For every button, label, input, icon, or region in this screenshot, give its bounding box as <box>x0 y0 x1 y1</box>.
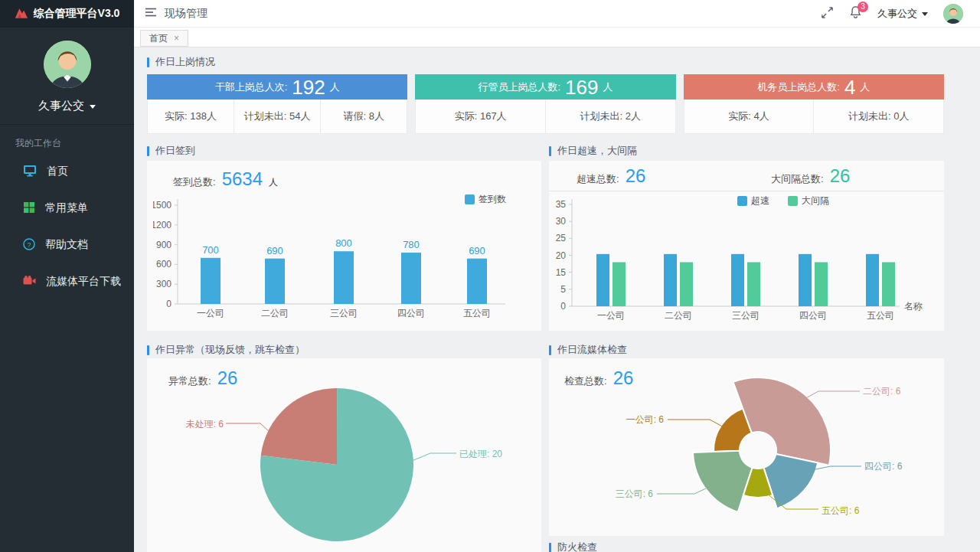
total-value: 26 <box>626 167 646 185</box>
accent-bar <box>549 345 551 355</box>
tab-label: 首页 <box>149 32 168 45</box>
svg-text:四公司: 四公司 <box>397 308 425 318</box>
app-window: 综合管理平台V3.0 久事公交 我的工作台 首页 <box>0 0 980 552</box>
fullscreen-icon[interactable] <box>821 6 834 21</box>
sidebar-item-help-docs[interactable]: ? 帮助文档 <box>0 227 134 263</box>
user-avatar[interactable] <box>44 41 91 88</box>
chevron-down-icon <box>90 105 96 112</box>
svg-text:600: 600 <box>156 259 172 269</box>
svg-text:?: ? <box>27 240 31 248</box>
card-body: 实际: 138人 计划未出: 54人 请假: 8人 <box>147 100 407 134</box>
notifications-bell[interactable]: 3 <box>849 5 862 21</box>
main-area: 现场管理 3 久事公交 <box>134 0 980 552</box>
svg-text:30: 30 <box>556 216 567 227</box>
profile-section: 久事公交 <box>0 28 134 125</box>
total-label: 签到总数: <box>173 175 216 189</box>
total-label: 大间隔总数: <box>771 172 824 186</box>
sidebar-item-home[interactable]: 首页 <box>0 153 134 190</box>
svg-text:300: 300 <box>156 279 172 289</box>
sidebar-item-label: 常用菜单 <box>45 201 88 215</box>
svg-text:0: 0 <box>560 301 566 312</box>
accent-bar <box>147 146 149 156</box>
help-icon: ? <box>23 238 35 253</box>
notification-badge: 3 <box>858 2 868 12</box>
section-title-text: 作日异常（现场反馈，跳车检查） <box>155 343 305 357</box>
total-value: 5634 <box>222 170 263 188</box>
section-title-text: 防火检查 <box>557 541 597 552</box>
chevron-down-icon <box>922 12 928 19</box>
svg-text:900: 900 <box>156 240 172 250</box>
user-menu[interactable]: 久事公交 <box>877 7 928 21</box>
signin-bar-chart: 030060090012001500一公司二公司三公司四公司五公司7006908… <box>153 198 534 328</box>
media-panel: 检查总数: 26 一公司: 6 二公司: 6 三公司: 6 四公司: 6 五公司… <box>549 358 944 536</box>
section-title-signin: 作日签到 <box>147 144 195 158</box>
card-unit: 人 <box>330 80 340 94</box>
svg-text:0: 0 <box>166 299 172 309</box>
sidebar-item-label: 流媒体平台下载 <box>46 275 121 289</box>
svg-text:25: 25 <box>556 233 567 243</box>
section-title-text: 作日签到 <box>155 144 195 158</box>
rose-label-company3: 三公司: 6 <box>606 488 653 501</box>
section-title-duty: 作日上岗情况 <box>147 55 215 69</box>
topbar-avatar[interactable] <box>943 4 963 24</box>
card-stat: 计划未出: 54人 <box>234 100 320 133</box>
accent-bar <box>147 345 149 355</box>
card-header-label: 机务员上岗总人数: <box>757 80 840 94</box>
org-switcher[interactable]: 久事公交 <box>0 99 134 113</box>
duty-card-admin: 行管员上岗总人数: 169 人 实际: 167人 计划未出: 2人 <box>415 74 675 134</box>
card-header: 行管员上岗总人数: 169 人 <box>415 74 675 100</box>
section-title-text: 作日超速，大间隔 <box>557 144 637 158</box>
app-title: 综合管理平台V3.0 <box>34 7 120 21</box>
section-title-fire: 防火检查 <box>549 541 597 552</box>
accent-bar <box>549 146 551 156</box>
card-stat: 计划未出: 0人 <box>813 100 943 133</box>
svg-text:700: 700 <box>202 244 219 256</box>
org-name: 久事公交 <box>38 99 84 113</box>
sidebar: 综合管理平台V3.0 久事公交 我的工作台 首页 <box>0 0 134 552</box>
svg-text:1200: 1200 <box>153 220 172 230</box>
tab-close-icon[interactable]: × <box>174 33 179 44</box>
svg-text:三公司: 三公司 <box>330 308 358 318</box>
total-label: 超速总数: <box>577 172 619 186</box>
pie-label-handled: 已处理: 20 <box>459 448 502 461</box>
card-stat: 实际: 138人 <box>148 100 234 133</box>
logo-bar: 综合管理平台V3.0 <box>0 0 134 28</box>
sidebar-item-label: 首页 <box>47 165 68 178</box>
svg-text:二公司: 二公司 <box>665 310 692 321</box>
page-title: 现场管理 <box>165 7 207 21</box>
sidebar-item-common-menu[interactable]: 常用菜单 <box>0 190 134 227</box>
rose-label-company1: 一公司: 6 <box>616 413 664 426</box>
card-body: 实际: 167人 计划未出: 2人 <box>415 100 675 134</box>
tab-home[interactable]: 首页 × <box>140 30 188 47</box>
card-stat: 实际: 167人 <box>416 100 545 133</box>
accent-bar <box>549 543 551 552</box>
monitor-icon <box>23 165 37 179</box>
speed-total-2: 大间隔总数: 26 <box>771 167 850 186</box>
pie-label-unhandled: 未处理: 6 <box>176 418 224 431</box>
video-camera-icon <box>23 276 36 289</box>
card-value: 4 <box>844 77 855 97</box>
svg-text:1500: 1500 <box>153 200 172 211</box>
speed-panel: 超速总数: 26 大间隔总数: 26 超速 大间隔 <box>549 161 944 331</box>
svg-text:20: 20 <box>556 250 567 261</box>
total-value: 26 <box>830 167 851 185</box>
svg-text:名称: 名称 <box>904 301 923 312</box>
svg-text:二公司: 二公司 <box>261 308 289 318</box>
app-logo-icon <box>15 7 28 21</box>
svg-text:690: 690 <box>469 245 485 256</box>
grid-icon <box>23 201 35 216</box>
sidebar-section-label: 我的工作台 <box>0 125 134 153</box>
topbar: 现场管理 3 久事公交 <box>134 0 980 28</box>
rose-label-company4: 四公司: 6 <box>864 460 902 473</box>
card-header-label: 干部上岗总人次: <box>215 80 288 94</box>
dashboard-content: 作日上岗情况 干部上岗总人次: 192 人 实际: 138人 计划未出: 54人… <box>134 47 980 552</box>
duty-card-cadre: 干部上岗总人次: 192 人 实际: 138人 计划未出: 54人 请假: 8人 <box>147 74 407 134</box>
svg-text:800: 800 <box>335 237 352 249</box>
topbar-right: 3 久事公交 <box>821 4 963 24</box>
card-value: 192 <box>292 77 325 97</box>
svg-text:五公司: 五公司 <box>867 310 894 321</box>
collapse-menu-icon[interactable] <box>145 7 157 20</box>
signin-total: 签到总数: 5634 人 <box>173 170 278 189</box>
sidebar-item-stream-download[interactable]: 流媒体平台下载 <box>0 263 134 300</box>
svg-text:690: 690 <box>266 245 283 256</box>
